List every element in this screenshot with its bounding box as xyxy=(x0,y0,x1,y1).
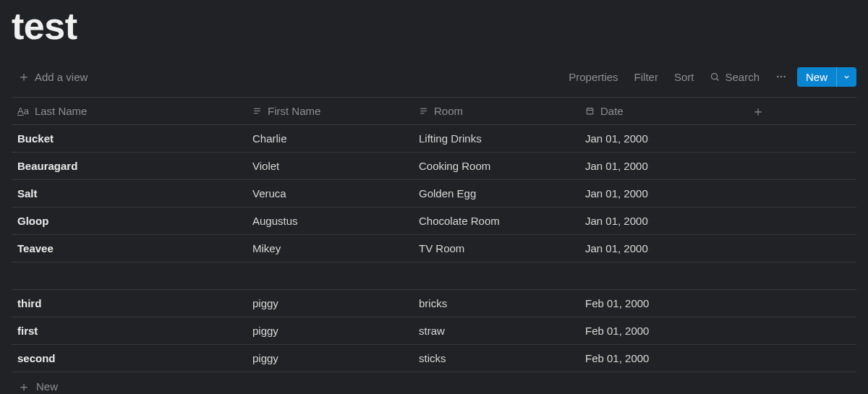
add-column-button[interactable]: ＋ xyxy=(746,105,856,118)
cell-room: Cooking Room xyxy=(413,160,579,172)
search-label: Search xyxy=(725,71,760,83)
column-header-label: First Name xyxy=(268,105,320,117)
svg-line-1 xyxy=(717,78,719,80)
cell-room: straw xyxy=(413,325,579,337)
ellipsis-icon xyxy=(775,71,787,82)
plus-icon: ＋ xyxy=(17,380,30,393)
cell-date: Jan 01, 2000 xyxy=(579,160,746,172)
new-dropdown-button[interactable] xyxy=(836,67,856,87)
cell-last-name: Gloop xyxy=(12,215,247,227)
cell-last-name: Teavee xyxy=(12,242,247,254)
plus-icon: ＋ xyxy=(752,105,765,118)
search-button[interactable]: Search xyxy=(704,68,765,86)
cell-first-name: piggy xyxy=(247,297,413,309)
cell-last-name: Beauragard xyxy=(12,160,247,172)
new-split-button: New xyxy=(797,67,856,87)
view-toolbar: ＋ Add a view Properties Filter Sort Sear… xyxy=(12,61,856,93)
text-property-icon xyxy=(252,106,262,116)
cell-first-name: piggy xyxy=(247,352,413,364)
cell-first-name: Mikey xyxy=(247,242,413,254)
cell-room: TV Room xyxy=(413,242,579,254)
column-header-label: Last Name xyxy=(35,105,88,117)
column-header-label: Date xyxy=(600,105,624,117)
table-row[interactable]: thirdpiggybricksFeb 01, 2000 xyxy=(12,290,856,317)
cell-date: Jan 01, 2000 xyxy=(579,215,746,227)
page-title[interactable]: test xyxy=(12,0,856,61)
table-row[interactable]: TeaveeMikeyTV RoomJan 01, 2000 xyxy=(12,235,856,262)
cell-first-name: Charlie xyxy=(247,132,413,145)
svg-point-0 xyxy=(712,73,718,79)
column-header-room[interactable]: Room xyxy=(413,105,579,117)
cell-first-name: piggy xyxy=(247,325,413,337)
properties-button[interactable]: Properties xyxy=(563,68,624,86)
table-row[interactable]: BucketCharlieLifting DrinksJan 01, 2000 xyxy=(12,125,856,153)
plus-icon: ＋ xyxy=(17,70,30,83)
cell-room: sticks xyxy=(413,352,579,364)
new-row-button[interactable]: ＋ New xyxy=(12,372,856,394)
more-menu-button[interactable] xyxy=(770,68,793,85)
cell-last-name: first xyxy=(12,325,247,337)
new-button[interactable]: New xyxy=(797,67,836,87)
title-property-icon: Aa xyxy=(17,106,29,116)
date-property-icon xyxy=(585,106,595,116)
cell-room: Chocolate Room xyxy=(413,215,579,227)
table-row[interactable]: secondpiggysticksFeb 01, 2000 xyxy=(12,345,856,372)
svg-point-4 xyxy=(783,76,785,77)
cell-last-name: second xyxy=(12,352,247,364)
svg-point-2 xyxy=(777,76,778,77)
search-icon xyxy=(710,72,720,82)
column-header-label: Room xyxy=(434,105,463,117)
cell-room: bricks xyxy=(413,297,579,309)
add-view-label: Add a view xyxy=(35,71,88,83)
cell-date: Jan 01, 2000 xyxy=(579,242,746,254)
cell-first-name: Augustus xyxy=(247,215,413,227)
text-property-icon xyxy=(419,106,428,116)
table-row[interactable]: SaltVerucaGolden EggJan 01, 2000 xyxy=(12,180,856,207)
table-row[interactable]: BeauragardVioletCooking RoomJan 01, 2000 xyxy=(12,153,856,180)
cell-first-name: Violet xyxy=(247,160,413,172)
cell-last-name: Salt xyxy=(12,187,247,200)
cell-date: Jan 01, 2000 xyxy=(579,187,746,200)
svg-rect-11 xyxy=(587,108,593,114)
sort-button[interactable]: Sort xyxy=(668,68,700,86)
cell-last-name: Bucket xyxy=(12,132,247,145)
table-row[interactable]: firstpiggystrawFeb 01, 2000 xyxy=(12,317,856,345)
cell-date: Feb 01, 2000 xyxy=(579,352,746,364)
cell-first-name: Veruca xyxy=(247,187,413,200)
cell-room: Lifting Drinks xyxy=(413,132,579,145)
table-header-row: Aa Last Name First Name Room Date xyxy=(12,98,856,125)
group-separator xyxy=(12,262,856,290)
column-header-last-name[interactable]: Aa Last Name xyxy=(12,105,247,117)
column-header-date[interactable]: Date xyxy=(579,105,746,117)
new-row-label: New xyxy=(36,380,58,393)
cell-room: Golden Egg xyxy=(413,187,579,200)
filter-button[interactable]: Filter xyxy=(629,68,664,86)
cell-date: Jan 01, 2000 xyxy=(579,132,746,145)
cell-date: Feb 01, 2000 xyxy=(579,297,746,309)
svg-point-3 xyxy=(780,76,782,77)
database-table: Aa Last Name First Name Room Date xyxy=(12,98,856,394)
cell-date: Feb 01, 2000 xyxy=(579,325,746,337)
cell-last-name: third xyxy=(12,297,247,309)
add-view-button[interactable]: ＋ Add a view xyxy=(12,67,93,86)
chevron-down-icon xyxy=(843,73,851,81)
column-header-first-name[interactable]: First Name xyxy=(247,105,413,117)
table-row[interactable]: GloopAugustusChocolate RoomJan 01, 2000 xyxy=(12,207,856,235)
